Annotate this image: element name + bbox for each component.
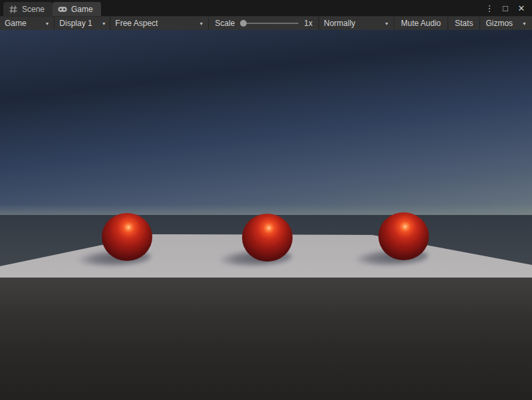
gamepad-icon — [58, 5, 67, 14]
mute-audio-button[interactable]: Mute Audio — [394, 17, 448, 30]
game-viewport[interactable] — [0, 30, 532, 400]
scale-value: 1x — [304, 19, 313, 28]
tab-scene[interactable]: Scene — [3, 2, 53, 16]
tab-label: Scene — [22, 5, 45, 14]
tab-bar: Scene Game ⋮ □ ✕ — [0, 0, 532, 16]
aspect-ratio-dropdown[interactable]: Free Aspect ▼ — [110, 17, 209, 30]
skybox-sky — [0, 30, 532, 215]
red-sphere — [378, 212, 429, 260]
window-controls: ⋮ □ ✕ — [483, 0, 532, 16]
tab-game[interactable]: Game — [53, 2, 101, 16]
slider-track[interactable] — [240, 23, 299, 24]
red-sphere — [242, 214, 293, 262]
chevron-down-icon: ▼ — [379, 21, 389, 26]
chevron-down-icon: ▼ — [194, 21, 203, 26]
scale-label: Scale — [215, 19, 235, 28]
view-mode-dropdown[interactable]: Game ▼ — [0, 17, 55, 30]
red-sphere — [102, 213, 152, 261]
display-dropdown[interactable]: Display 1 ▼ — [55, 17, 110, 30]
chevron-down-icon: ▼ — [517, 21, 527, 26]
game-panel: Scene Game ⋮ □ ✕ Game ▼ Display 1 ▼ — [0, 0, 532, 400]
chevron-down-icon: ▼ — [96, 21, 106, 26]
close-icon[interactable]: ✕ — [515, 1, 528, 15]
maximize-icon[interactable]: □ — [499, 1, 512, 15]
scale-control: Scale 1x — [209, 17, 319, 30]
scale-slider[interactable] — [240, 19, 299, 27]
chevron-down-icon: ▼ — [39, 21, 49, 26]
grid-icon — [9, 5, 18, 14]
toolbar-right-group: Normally ▼ Mute Audio Stats Gizmos ▼ — [319, 17, 532, 30]
tab-label: Game — [71, 5, 93, 14]
play-focus-dropdown[interactable]: Normally ▼ — [319, 17, 394, 30]
foreground-dark-band — [0, 278, 532, 400]
panel-menu-icon[interactable]: ⋮ — [483, 1, 496, 15]
game-view-toolbar: Game ▼ Display 1 ▼ Free Aspect ▼ Scale 1… — [0, 16, 532, 30]
gizmos-dropdown[interactable]: Gizmos ▼ — [480, 17, 532, 30]
slider-knob[interactable] — [240, 20, 247, 27]
stats-button[interactable]: Stats — [448, 17, 480, 30]
